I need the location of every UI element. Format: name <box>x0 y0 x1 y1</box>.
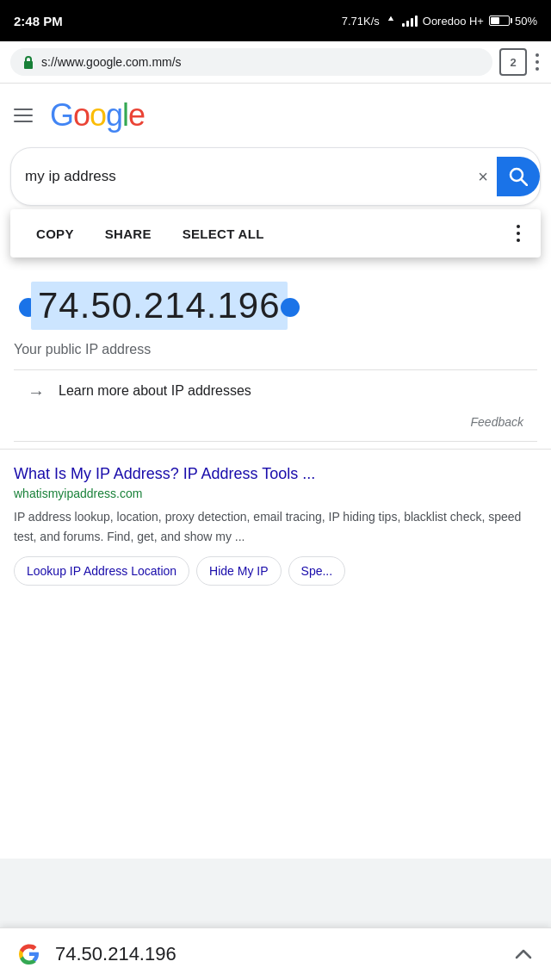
ip-result-card: 74.50.214.196 Your public IP address → L… <box>0 261 551 442</box>
carrier-name: Ooredoo H+ <box>423 15 484 28</box>
url-bar[interactable]: s://www.google.com.mm/s <box>10 48 492 76</box>
status-icons: 7.71K/s Ooredoo H+ 50% <box>342 15 537 28</box>
result-url: whatismyipaddress.com <box>14 487 537 500</box>
network-speed: 7.71K/s <box>342 15 380 28</box>
battery-percent: 50% <box>515 15 537 28</box>
search-icon <box>509 167 528 186</box>
select-all-button[interactable]: SELECT ALL <box>170 218 276 250</box>
search-query-text: my ip address <box>25 168 469 185</box>
logo-letter-e: e <box>128 97 145 133</box>
search-result-card: What Is My IP Address? IP Address Tools … <box>0 449 551 599</box>
sitelink-more[interactable]: Spe... <box>288 556 346 586</box>
copy-button[interactable]: COPY <box>24 218 86 250</box>
bottom-ip-text: 74.50.214.196 <box>55 943 499 965</box>
more-options-button[interactable] <box>534 50 541 74</box>
bottom-bar: 74.50.214.196 <box>0 927 551 980</box>
search-button[interactable] <box>497 157 540 196</box>
svg-marker-1 <box>388 16 393 21</box>
share-button[interactable]: SHARE <box>93 218 164 250</box>
battery-icon <box>489 16 510 26</box>
ip-address-display: 74.50.214.196 <box>31 282 288 330</box>
logo-letter-g2: g <box>106 97 122 133</box>
main-content: Google my ip address × COPY SHARE SELECT… <box>0 84 551 859</box>
svg-rect-2 <box>24 61 33 69</box>
data-transfer-icon <box>385 15 397 27</box>
ip-subtitle: Your public IP address <box>14 337 537 369</box>
result-title-link[interactable]: What Is My IP Address? IP Address Tools … <box>14 463 537 485</box>
signal-strength-icon <box>402 15 418 27</box>
learn-more-row[interactable]: → Learn more about IP addresses <box>14 369 537 412</box>
result-snippet: IP address lookup, location, proxy detec… <box>14 507 537 546</box>
logo-letter-o2: o <box>90 97 106 133</box>
logo-letter-o1: o <box>73 97 90 133</box>
address-bar: s://www.google.com.mm/s 2 <box>0 41 551 84</box>
learn-more-text: Learn more about IP addresses <box>59 383 251 399</box>
arrow-right-icon: → <box>28 382 45 400</box>
context-more-button[interactable] <box>510 218 527 249</box>
text-selection-menu: COPY SHARE SELECT ALL <box>10 209 541 257</box>
status-bar: 2:48 PM 7.71K/s Ooredoo H+ 50% <box>0 0 551 41</box>
google-g-icon <box>14 939 45 970</box>
svg-line-4 <box>522 180 528 186</box>
sitelink-lookup-ip[interactable]: Lookup IP Address Location <box>14 556 189 586</box>
tab-count-badge[interactable]: 2 <box>499 48 527 76</box>
logo-letter-g: G <box>50 97 73 133</box>
chevron-up-icon <box>513 944 534 964</box>
search-bar-container: my ip address × <box>0 140 551 206</box>
search-bar[interactable]: my ip address × <box>10 147 541 206</box>
lock-icon <box>22 55 34 69</box>
google-logo: Google <box>50 97 145 133</box>
hamburger-menu-button[interactable] <box>14 109 33 122</box>
feedback-label[interactable]: Feedback <box>471 415 523 429</box>
chevron-up-button[interactable] <box>510 940 537 968</box>
google-header: Google <box>0 84 551 140</box>
selection-handle-right <box>281 298 300 317</box>
search-clear-button[interactable]: × <box>478 167 488 187</box>
sitelink-hide-ip[interactable]: Hide My IP <box>196 556 281 586</box>
url-text: s://www.google.com.mm/s <box>41 55 480 69</box>
time-display: 2:48 PM <box>14 14 63 28</box>
feedback-row: Feedback <box>14 412 537 442</box>
sitelinks-row: Lookup IP Address Location Hide My IP Sp… <box>14 556 537 586</box>
